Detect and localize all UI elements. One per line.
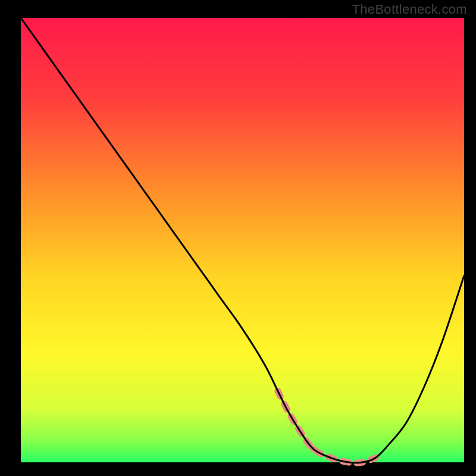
bottleneck-curve xyxy=(21,18,464,463)
watermark-text: TheBottleneck.com xyxy=(352,2,467,17)
highlight-optimal-zone xyxy=(278,391,375,463)
bottleneck-chart xyxy=(0,0,476,476)
